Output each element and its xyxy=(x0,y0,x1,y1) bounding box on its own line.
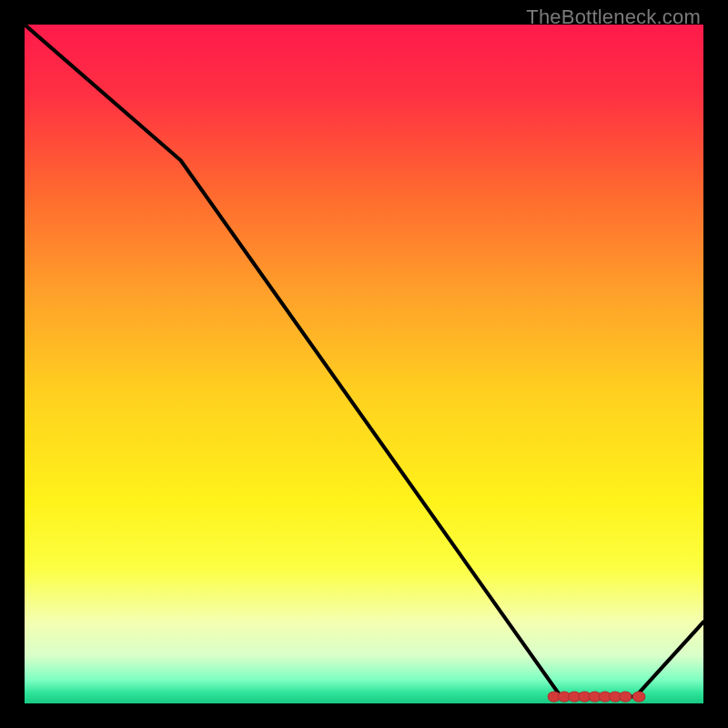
optimal-marker xyxy=(619,692,631,702)
watermark-text: TheBottleneck.com xyxy=(526,5,701,29)
plot-area xyxy=(25,25,703,703)
optimal-marker xyxy=(632,692,644,702)
optimal-markers xyxy=(548,692,645,702)
chart-svg xyxy=(25,25,703,703)
bottleneck-curve xyxy=(25,25,703,697)
chart-frame: TheBottleneck.com xyxy=(0,0,728,728)
